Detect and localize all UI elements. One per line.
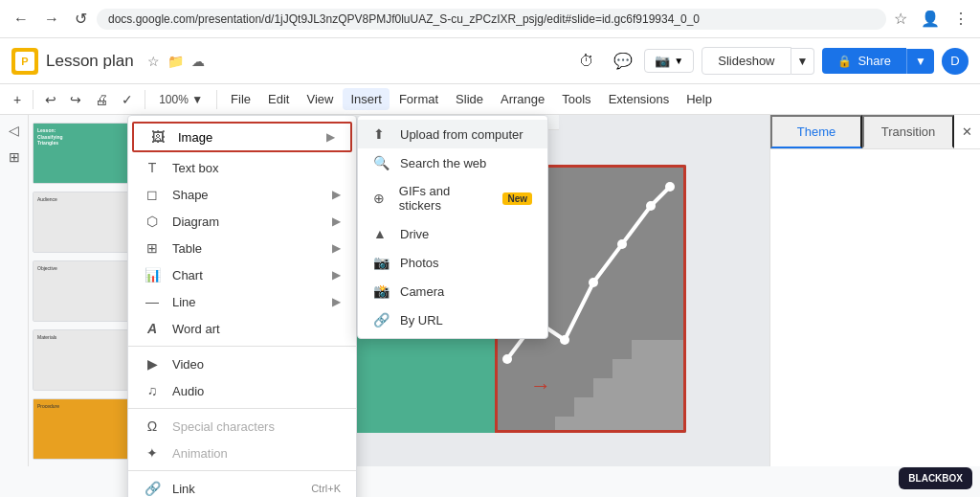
slideshow-button[interactable]: Slideshow <box>702 47 791 75</box>
divider-3 <box>216 90 217 109</box>
photos-icon: 📷 <box>373 255 390 270</box>
special-chars-label: Special characters <box>172 419 341 434</box>
redo-btn[interactable]: ↪ <box>64 89 87 110</box>
link-icon: 🔗 <box>144 481 161 496</box>
slide-thumb-2[interactable]: Audience <box>33 192 139 253</box>
slideshow-arrow-button[interactable]: ▼ <box>791 48 815 75</box>
menu-tools[interactable]: Tools <box>554 88 598 110</box>
image-menu-arrow: ▶ <box>326 130 335 144</box>
diagram-icon: ⬡ <box>144 214 161 229</box>
video-label: Video <box>172 357 341 372</box>
svg-rect-1 <box>632 340 686 359</box>
drive-icon: ▲ <box>373 226 390 241</box>
bookmark-icon[interactable]: ☆ <box>890 6 911 32</box>
profile-icon[interactable]: 👤 <box>917 6 944 32</box>
right-panel: Theme Transition ✕ <box>769 115 980 466</box>
insert-video[interactable]: ▶ Video <box>128 350 356 377</box>
cloud-icon[interactable]: ☁ <box>189 52 207 71</box>
add-slide-btn[interactable]: + <box>8 89 27 110</box>
insert-word-art[interactable]: A Word art <box>128 315 356 342</box>
submenu-upload[interactable]: ⬆ Upload from computer <box>358 120 547 148</box>
grid-view-btn[interactable]: ⊞ <box>9 149 20 165</box>
insert-shape[interactable]: ◻ Shape ▶ <box>128 181 356 208</box>
menu-view[interactable]: View <box>299 88 341 110</box>
slide-thumb-4[interactable]: Materials <box>33 329 139 391</box>
chart-arrow: ▶ <box>332 268 341 282</box>
svg-point-6 <box>502 354 512 364</box>
by-url-label: By URL <box>400 313 443 328</box>
submenu-by-url[interactable]: 🔗 By URL <box>358 305 547 334</box>
back-button[interactable]: ← <box>8 7 34 32</box>
chart-icon: 📊 <box>144 267 161 282</box>
link-shortcut: Ctrl+K <box>311 483 341 494</box>
avatar[interactable]: D <box>942 48 969 75</box>
url-bar[interactable] <box>97 9 886 30</box>
svg-point-10 <box>617 239 627 249</box>
slide-preview-text-1: Lesson:ClassifyingTriangles <box>37 127 134 147</box>
text-box-label: Text box <box>172 161 341 175</box>
line-icon: — <box>144 294 161 309</box>
image-menu-item[interactable]: 🖼 Image ▶ <box>132 122 352 152</box>
forward-button[interactable]: → <box>38 7 65 32</box>
camera-sub-label: Camera <box>400 284 444 299</box>
comments-icon[interactable]: 💬 <box>606 48 640 74</box>
submenu-search-web[interactable]: 🔍 Search the web <box>358 148 547 177</box>
audio-label: Audio <box>172 384 341 398</box>
spellcheck-btn[interactable]: ✓ <box>116 89 139 110</box>
extensions-icon[interactable]: ⋮ <box>949 6 972 32</box>
menu-extensions[interactable]: Extensions <box>601 88 678 110</box>
menu-file[interactable]: File <box>223 88 258 110</box>
svg-rect-3 <box>593 378 686 397</box>
refresh-button[interactable]: ↺ <box>69 6 93 32</box>
animation-icon: ✦ <box>144 445 161 461</box>
move-icon[interactable]: 📁 <box>166 52 186 71</box>
expand-panel-btn[interactable]: ◁ <box>9 123 19 138</box>
slide-preview-text-2: Audience <box>33 192 138 206</box>
menu-arrange[interactable]: Arrange <box>493 88 552 110</box>
camera-button[interactable]: 📷 ▼ <box>644 49 694 73</box>
slide-thumb-5[interactable]: Procedure <box>33 398 139 460</box>
image-menu-icon: 🖼 <box>149 129 167 145</box>
insert-animation: ✦ Animation <box>128 440 356 466</box>
slide-thumb-3[interactable]: Objective <box>33 260 139 322</box>
close-panel-btn[interactable]: ✕ <box>954 115 980 148</box>
tab-theme[interactable]: Theme <box>770 115 862 148</box>
menu-format[interactable]: Format <box>391 88 446 110</box>
menu-slide[interactable]: Slide <box>448 88 491 110</box>
blackbox-watermark: BLACKBOX <box>899 467 972 489</box>
chart-label: Chart <box>172 268 321 282</box>
divider-insert-1 <box>128 346 356 347</box>
print-btn[interactable]: 🖨 <box>89 89 114 110</box>
tab-transition[interactable]: Transition <box>862 115 954 148</box>
gifs-icon: ⊕ <box>373 191 390 206</box>
insert-diagram[interactable]: ⬡ Diagram ▶ <box>128 208 356 235</box>
insert-line[interactable]: — Line ▶ <box>128 288 356 315</box>
animation-label: Animation <box>172 446 341 461</box>
insert-link[interactable]: 🔗 Link Ctrl+K <box>128 475 356 497</box>
star-icon[interactable]: ☆ <box>145 52 162 71</box>
left-icons-panel: ◁ ⊞ <box>0 115 29 466</box>
menu-edit[interactable]: Edit <box>260 88 297 110</box>
insert-audio[interactable]: ♫ Audio <box>128 377 356 404</box>
insert-text-box[interactable]: T Text box <box>128 154 356 181</box>
divider-1 <box>33 90 33 109</box>
word-art-icon: A <box>144 321 161 336</box>
insert-special-chars: Ω Special characters <box>128 413 356 440</box>
undo-btn[interactable]: ↩ <box>39 89 62 110</box>
history-icon[interactable]: ⏱ <box>571 49 602 74</box>
insert-chart[interactable]: 📊 Chart ▶ <box>128 261 356 288</box>
browser-toolbar: ← → ↺ ☆ 👤 ⋮ <box>0 0 980 38</box>
submenu-camera[interactable]: 📸 Camera <box>358 277 547 305</box>
share-arrow-button[interactable]: ▼ <box>906 49 934 74</box>
menu-help[interactable]: Help <box>679 88 720 110</box>
slide-thumb-1[interactable]: Lesson:ClassifyingTriangles <box>33 123 139 184</box>
submenu-photos[interactable]: 📷 Photos <box>358 248 547 277</box>
share-button[interactable]: 🔒 Share <box>822 48 906 74</box>
share-button-group: 🔒 Share ▼ <box>822 48 934 74</box>
insert-table[interactable]: ⊞ Table ▶ <box>128 235 356 261</box>
zoom-btn[interactable]: 100% ▼ <box>151 90 211 109</box>
menu-insert[interactable]: Insert <box>343 88 390 110</box>
gifs-badge: New <box>502 192 532 205</box>
submenu-drive[interactable]: ▲ Drive <box>358 219 547 248</box>
submenu-gifs[interactable]: ⊕ GIFs and stickers New <box>358 177 547 219</box>
